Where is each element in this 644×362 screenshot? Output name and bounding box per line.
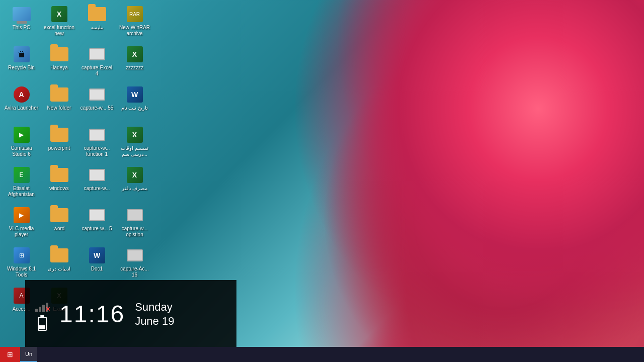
desktop-icon-recycle-bin[interactable]: 🗑 Recycle Bin [3,43,40,83]
windows-label: windows [49,186,68,192]
date-display: Sunday June 19 [135,301,174,328]
new-folder-label: New folder [47,105,71,111]
avira-icon: A [14,86,30,103]
desktop-icon-avira[interactable]: A Avira Launcher [3,83,40,123]
start-button[interactable]: ⊞ [0,347,20,362]
recycle-bin-icon: 🗑 [14,46,30,62]
taskbar: ⊞ Un [0,347,644,362]
desktop-icon-windows[interactable]: windows [40,163,78,204]
this-pc-icon [13,7,31,21]
powerpint-icon [50,128,68,142]
capture-ac16-label: capture-Ac... 16 [117,266,152,278]
battery-icon [38,317,47,331]
vlc-label: VLC media player [4,226,39,238]
desktop-icon-etisalat[interactable]: E Etisalat Afghanistan [3,163,40,204]
zzzzzzz-icon: X [127,46,143,62]
capture-ac16-icon [127,249,143,261]
desktop-icon-capture-w55[interactable]: capture-w... 55 [78,83,116,123]
excel-function-new-label: excel function new [42,25,76,37]
etisalat-icon: E [14,167,30,183]
winrar-label: New WinRAR archive [117,25,152,37]
notification-popup[interactable]: ✕ 11:16 Sunday June 19 [25,280,236,348]
this-pc-label: This PC [13,25,31,31]
taqseem-label: تقسیم اوقات درسی سم... [117,145,152,157]
desktop-icon-this-pc[interactable]: This PC [3,3,40,43]
zzzzzzz-label: zzzzzzz [126,65,143,71]
hadeya-icon [50,47,68,61]
capture-opistion-icon [127,209,143,221]
vlc-icon: ▶ [14,207,30,223]
masraf-icon: X [127,167,143,183]
capture-w4-icon [89,169,105,181]
taqseem-icon: X [127,127,143,143]
doc1-label: Doc1 [91,266,103,272]
etisalat-label: Etisalat Afghanistan [4,186,39,198]
desktop-icon-excel-function-new[interactable]: X excel function new [40,3,78,43]
desktop-icon-capture-w5[interactable]: capture-w... 5 [78,204,116,244]
status-icons: ✕ [35,298,49,331]
tarekh-label: تاریخ ثبت نام [121,105,148,111]
desktop-icon-doc1[interactable]: W Doc1 [78,244,116,284]
date-month-day: June 19 [135,315,174,328]
word-folder-icon [50,208,68,222]
signal-x-icon: ✕ [45,306,50,313]
capture-excel4-icon [89,48,105,60]
maleesa-icon [88,7,106,21]
capture-excel4-label: capture-Excel 4 [79,65,114,77]
powerpint-label: powerpint [48,145,70,151]
desktop-icon-hadeya[interactable]: Hadeya [40,43,78,83]
adabiyat-label: ادبیات دری [48,266,70,272]
desktop-icon-camtasia[interactable]: ▶ Camtasia Studio 6 [3,123,40,163]
desktop-icon-capture-w4[interactable]: capture-w... [78,163,116,204]
battery-fill [39,325,45,329]
taskbar-item-label: Un [25,351,32,357]
win81-icon: ⊞ [14,247,30,263]
date-day: Sunday [135,301,174,314]
capture-w5-icon [89,209,105,221]
capture-w4-label: capture-w... [84,186,110,192]
capture-function1-icon [89,129,105,141]
desktop-icon-masraf[interactable]: X مصرف دفتر [116,163,153,204]
taskbar-items: Un [20,347,644,362]
desktop-icon-maleesa[interactable]: ملیسه [78,3,116,43]
signal-icon: ✕ [35,298,49,312]
hadeya-label: Hadeya [50,65,67,71]
new-folder-icon [50,87,68,102]
maleesa-label: ملیسه [91,25,103,31]
desktop-icon-capture-excel4[interactable]: capture-Excel 4 [78,43,116,83]
desktop-icon-win81[interactable]: ⊞ Windows 8.1 Tools [3,244,40,284]
desktop-icon-capture-ac16[interactable]: capture-Ac... 16 [116,244,153,284]
desktop-icon-tarekh[interactable]: W تاریخ ثبت نام [116,83,153,123]
desktop-icon-new-folder[interactable]: New folder [40,83,78,123]
desktop-icon-winrar[interactable]: RAR New WinRAR archive [116,3,153,43]
adabiyat-icon [50,248,68,262]
masraf-label: مصرف دفتر [122,186,147,192]
excel-function-new-icon: X [51,6,67,22]
recycle-bin-label: Recycle Bin [8,65,35,71]
doc1-icon: W [89,247,105,263]
win81-label: Windows 8.1 Tools [4,266,39,278]
word-folder-label: word [54,226,65,232]
desktop-icon-capture-function1[interactable]: capture-w... function 1 [78,123,116,163]
capture-function1-label: capture-w... function 1 [79,145,114,157]
avira-label: Avira Launcher [5,105,38,111]
capture-w5-label: capture-w... 5 [82,226,112,232]
camtasia-label: Camtasia Studio 6 [4,145,39,157]
desktop-icon-word-folder[interactable]: word [40,204,78,244]
desktop-icon-capture-opistion[interactable]: capture-w... opistion [116,204,153,244]
capture-opistion-label: capture-w... opistion [117,226,152,238]
winrar-icon: RAR [127,6,143,22]
windows-icon [50,168,68,182]
desktop-icon-zzzzzzz[interactable]: X zzzzzzz [116,43,153,83]
taskbar-item-un[interactable]: Un [20,347,37,362]
desktop-icon-powerpint[interactable]: powerpint [40,123,78,163]
tarekh-icon: W [127,86,143,103]
start-icon: ⊞ [7,350,13,358]
capture-w55-label: capture-w... 55 [80,105,114,111]
capture-w55-icon [89,88,105,101]
desktop-icon-adabiyat[interactable]: ادبیات دری [40,244,78,284]
desktop-icon-vlc[interactable]: ▶ VLC media player [3,204,40,244]
desktop-icon-taqseem[interactable]: X تقسیم اوقات درسی سم... [116,123,153,163]
time-display: 11:16 [59,302,125,326]
wallpaper-flower [292,0,644,362]
